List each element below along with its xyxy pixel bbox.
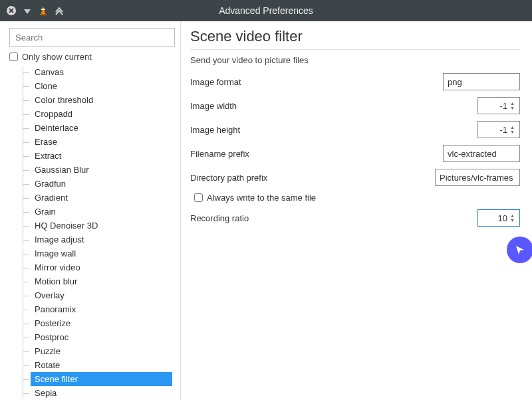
tree-item-label: Rotate — [33, 360, 60, 370]
tree-item[interactable]: Puzzle — [31, 344, 172, 358]
input-filename-prefix[interactable] — [443, 145, 520, 162]
row-image-format: Image format — [190, 73, 520, 90]
tree-item-label: Erase — [33, 137, 57, 147]
row-directory-prefix: Directory path prefix — [190, 169, 520, 186]
tree-item-label: Gaussian Blur — [33, 165, 89, 175]
spin-image-height-value: -1 — [482, 125, 507, 135]
only-show-current-label: Only show current — [22, 52, 92, 62]
tree-item-label: Gradient — [33, 193, 68, 203]
tree-item-label: Puzzle — [33, 346, 61, 356]
tree-item[interactable]: Gradfun — [31, 177, 172, 191]
tree-item-label: Motion blur — [33, 276, 77, 286]
tree-item-label: Extract — [33, 151, 61, 161]
tree-item-label: Panoramix — [33, 304, 76, 314]
checkbox-always-same-file[interactable] — [194, 193, 203, 202]
tree-item-label: Overlay — [33, 290, 65, 300]
spin-image-height[interactable]: -1 ▲▼ — [477, 121, 520, 138]
panel-subtitle: Send your video to picture files — [190, 55, 520, 65]
tree-item-label: Image wall — [33, 249, 76, 258]
cursor-indicator — [507, 237, 532, 263]
label-image-height: Image height — [190, 125, 477, 135]
tree-item[interactable]: Erase — [31, 135, 172, 149]
svg-rect-3 — [40, 14, 47, 15]
tree-item[interactable]: Clone — [31, 79, 172, 93]
label-recording-ratio: Recording ratio — [190, 213, 477, 223]
spin-arrows-icon[interactable]: ▲▼ — [510, 99, 518, 112]
tree-item-label: Mirror video — [33, 262, 80, 272]
spin-arrows-icon[interactable]: ▲▼ — [510, 123, 518, 136]
input-image-format[interactable] — [443, 73, 520, 90]
tree-item[interactable]: Motion blur — [31, 274, 172, 288]
tree-item-label: Scene filter — [33, 374, 78, 384]
tree-item[interactable]: HQ Denoiser 3D — [31, 219, 172, 233]
tree-item-label: Croppadd — [33, 109, 72, 119]
tree-item-label: Deinterlace — [33, 123, 78, 133]
row-recording-ratio: Recording ratio 10 ▲▼ — [190, 209, 520, 227]
tree-item[interactable]: Image adjust — [31, 233, 172, 247]
label-filename-prefix: Filename prefix — [190, 149, 443, 159]
window-maximize-button[interactable] — [53, 5, 65, 17]
label-image-format: Image format — [190, 77, 443, 87]
tree-item[interactable]: Sepia — [31, 386, 172, 400]
tree-item-label: Postproc — [33, 332, 68, 342]
tree-item-label: Grain — [33, 207, 56, 217]
tree-item-label: Posterize — [33, 318, 70, 328]
spin-arrows-icon[interactable]: ▲▼ — [510, 211, 518, 225]
sidebar: Only show current CanvasCloneColor thres… — [0, 21, 181, 400]
tree-item[interactable]: Gradient — [31, 191, 172, 205]
tree-item[interactable]: Deinterlace — [31, 121, 172, 135]
tree-item-label: HQ Denoiser 3D — [33, 221, 98, 231]
filter-tree[interactable]: CanvasCloneColor thresholdCroppaddDeinte… — [9, 66, 175, 400]
divider — [190, 49, 520, 50]
tree-item[interactable]: Rotate — [31, 358, 172, 372]
row-filename-prefix: Filename prefix — [190, 145, 520, 162]
window-close-button[interactable] — [5, 5, 17, 17]
label-image-width: Image width — [190, 101, 477, 111]
tree-item[interactable]: Color threshold — [31, 93, 172, 107]
tree-item-label: Canvas — [33, 67, 64, 77]
window-minimize-button[interactable] — [21, 5, 33, 17]
row-image-height: Image height -1 ▲▼ — [190, 121, 520, 138]
row-always-same-file[interactable]: Always write to the same file — [194, 193, 520, 203]
tree-item[interactable]: Grain — [31, 205, 172, 219]
spin-image-width[interactable]: -1 ▲▼ — [477, 97, 520, 114]
tree-item[interactable]: Overlay — [31, 288, 172, 302]
row-image-width: Image width -1 ▲▼ — [190, 97, 520, 114]
input-directory-prefix[interactable] — [435, 169, 520, 186]
search-input[interactable] — [9, 28, 175, 47]
tree-item-label: Clone — [33, 81, 57, 91]
label-always-same-file: Always write to the same file — [207, 193, 316, 203]
titlebar: Advanced Preferences — [0, 0, 532, 21]
tree-item[interactable]: Extract — [31, 149, 172, 163]
spin-recording-ratio-value: 10 — [482, 213, 507, 223]
tree-item-label: Image adjust — [33, 235, 84, 245]
filter-tree-wrap: CanvasCloneColor thresholdCroppaddDeinte… — [9, 66, 175, 400]
tree-item[interactable]: Postproc — [31, 330, 172, 344]
tree-item[interactable]: Scene filter — [31, 372, 172, 386]
tree-item[interactable]: Mirror video — [31, 260, 172, 274]
settings-panel: Scene video filter Send your video to pi… — [181, 21, 532, 400]
tree-item-label: Color threshold — [33, 95, 93, 105]
tree-item[interactable]: Canvas — [31, 66, 172, 79]
tree-item[interactable]: Posterize — [31, 316, 172, 330]
panel-title: Scene video filter — [190, 28, 520, 45]
tree-item-label: Gradfun — [33, 179, 66, 189]
tree-item[interactable]: Image wall — [31, 247, 172, 260]
tree-item[interactable]: Gaussian Blur — [31, 163, 172, 177]
window-title: Advanced Preferences — [0, 5, 532, 16]
tree-item[interactable]: Croppadd — [31, 107, 172, 121]
tree-item[interactable]: Panoramix — [31, 302, 172, 316]
spin-recording-ratio[interactable]: 10 ▲▼ — [477, 209, 520, 227]
svg-rect-2 — [41, 9, 45, 10]
only-show-current-checkbox[interactable] — [9, 52, 18, 61]
only-show-current-row[interactable]: Only show current — [9, 52, 175, 62]
label-directory-prefix: Directory path prefix — [190, 173, 435, 183]
tree-item-label: Sepia — [33, 388, 57, 398]
main-layout: Only show current CanvasCloneColor thres… — [0, 21, 532, 400]
spin-image-width-value: -1 — [482, 101, 507, 111]
app-icon — [37, 5, 49, 17]
